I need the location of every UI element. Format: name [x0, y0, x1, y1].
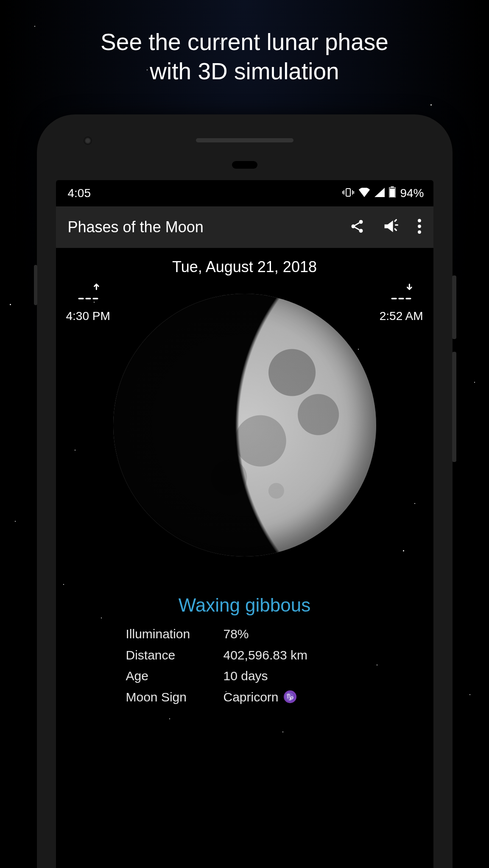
- app-bar: Phases of the Moon: [56, 206, 433, 248]
- share-button[interactable]: [349, 219, 365, 236]
- phone-camera-dot: [84, 136, 92, 145]
- moonrise-time: 4:30 PM: [66, 309, 110, 323]
- moon-terminator-shadow: [113, 294, 376, 556]
- moonrise-block: 4:30 PM: [66, 283, 110, 323]
- phone-screen: 4:05: [56, 180, 433, 868]
- current-date[interactable]: Tue, August 21, 2018: [56, 248, 433, 282]
- phone-side-button: [452, 352, 456, 462]
- svg-point-6: [359, 229, 363, 233]
- cell-signal-icon: [374, 186, 385, 200]
- vibrate-icon: [342, 186, 354, 200]
- wifi-icon: [358, 186, 370, 200]
- phone-frame: 4:05: [37, 114, 453, 868]
- phone-side-button: [34, 265, 37, 305]
- moonset-icon: [389, 283, 414, 305]
- battery-percent: 94%: [400, 186, 424, 200]
- announce-button[interactable]: [383, 218, 400, 236]
- promo-line-1: See the current lunar phase: [0, 28, 489, 57]
- app-content: Tue, August 21, 2018 4:30 PM: [56, 248, 433, 868]
- battery-icon: [389, 186, 396, 200]
- svg-rect-0: [346, 189, 350, 196]
- promo-headline: See the current lunar phase with 3D simu…: [0, 28, 489, 86]
- svg-rect-3: [390, 188, 395, 197]
- moonrise-icon: [76, 283, 101, 305]
- svg-point-4: [359, 220, 363, 224]
- svg-point-9: [418, 231, 421, 234]
- app-title: Phases of the Moon: [68, 218, 349, 236]
- svg-point-5: [351, 225, 355, 228]
- moonset-time: 2:52 AM: [380, 309, 423, 323]
- overflow-menu-button[interactable]: [417, 219, 422, 236]
- promo-line-2: with 3D simulation: [0, 57, 489, 86]
- moonset-block: 2:52 AM: [380, 283, 423, 323]
- status-clock: 4:05: [68, 186, 91, 200]
- phone-side-button: [452, 275, 456, 339]
- status-bar: 4:05: [56, 180, 433, 206]
- svg-point-7: [418, 219, 421, 223]
- svg-point-8: [418, 225, 421, 228]
- moon-3d-view[interactable]: [113, 294, 376, 556]
